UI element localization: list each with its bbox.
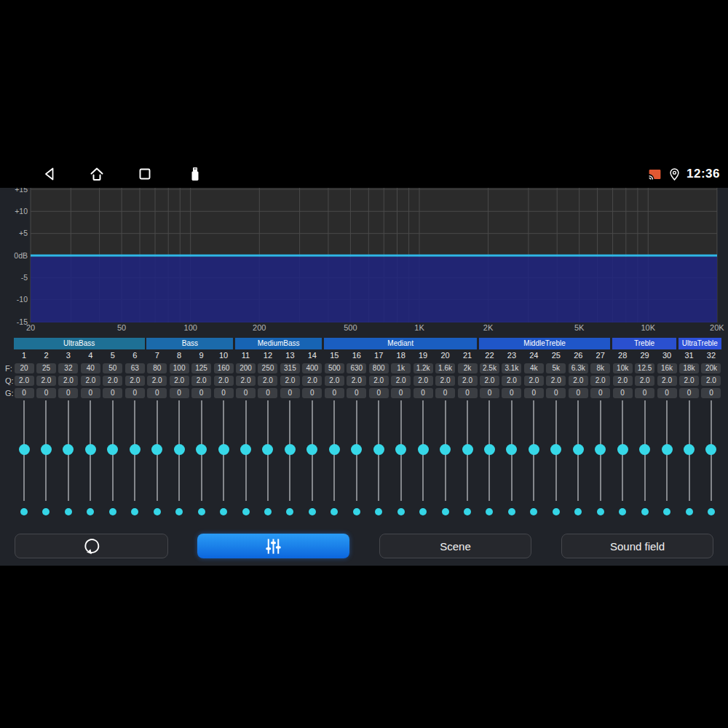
band-indicator-dot[interactable] xyxy=(20,508,28,515)
q-factor-value[interactable]: 2.0 xyxy=(325,376,344,386)
eq-slider-knob[interactable] xyxy=(285,444,296,455)
gain-value[interactable]: 0 xyxy=(414,388,433,398)
eq-slider-knob[interactable] xyxy=(262,444,273,455)
frequency-value[interactable]: 10k xyxy=(613,363,633,373)
frequency-value[interactable]: 2.5k xyxy=(480,363,499,373)
band-header-mediumbass[interactable]: MediumBass xyxy=(235,338,322,349)
gain-value[interactable]: 0 xyxy=(125,388,145,398)
band-indicator-dot[interactable] xyxy=(574,508,582,515)
frequency-value[interactable]: 630 xyxy=(347,363,366,373)
eq-slider-knob[interactable] xyxy=(63,444,74,455)
eq-slider-knob[interactable] xyxy=(240,444,251,455)
eq-slider-knob[interactable] xyxy=(529,444,539,455)
band-indicator-dot[interactable] xyxy=(131,508,138,515)
eq-slider-knob[interactable] xyxy=(639,444,650,455)
q-factor-value[interactable]: 2.0 xyxy=(15,376,34,386)
frequency-value[interactable]: 6.3k xyxy=(569,363,588,373)
gain-value[interactable]: 0 xyxy=(635,388,654,398)
q-factor-value[interactable]: 2.0 xyxy=(590,376,610,386)
band-indicator-dot[interactable] xyxy=(264,508,272,515)
gain-value[interactable]: 0 xyxy=(347,388,366,398)
q-factor-value[interactable]: 2.0 xyxy=(701,376,721,386)
gain-value[interactable]: 0 xyxy=(458,388,478,398)
band-indicator-dot[interactable] xyxy=(242,508,250,515)
q-factor-value[interactable]: 2.0 xyxy=(214,376,234,386)
q-factor-value[interactable]: 2.0 xyxy=(36,376,56,386)
home-icon[interactable] xyxy=(88,165,106,183)
frequency-value[interactable]: 400 xyxy=(302,363,322,373)
back-icon[interactable] xyxy=(41,165,58,183)
gain-value[interactable]: 0 xyxy=(569,388,588,398)
q-factor-value[interactable]: 2.0 xyxy=(569,376,588,386)
band-header-bass[interactable]: Bass xyxy=(146,338,233,349)
eq-slider-knob[interactable] xyxy=(418,444,429,455)
q-factor-value[interactable]: 2.0 xyxy=(546,376,566,386)
gain-value[interactable]: 0 xyxy=(480,388,499,398)
gain-value[interactable]: 0 xyxy=(435,388,455,398)
scene-button[interactable]: Scene xyxy=(379,534,531,558)
band-indicator-dot[interactable] xyxy=(309,508,316,515)
eq-slider-knob[interactable] xyxy=(705,444,716,455)
frequency-value[interactable]: 80 xyxy=(147,363,167,373)
eq-slider-knob[interactable] xyxy=(351,444,362,455)
frequency-value[interactable]: 4k xyxy=(524,363,544,373)
band-indicator-dot[interactable] xyxy=(641,508,649,515)
frequency-value[interactable]: 12.5 xyxy=(635,363,654,373)
band-header-ultratreble[interactable]: UltraTreble xyxy=(678,338,721,349)
band-indicator-dot[interactable] xyxy=(442,508,449,515)
band-indicator-dot[interactable] xyxy=(553,508,560,515)
q-factor-value[interactable]: 2.0 xyxy=(236,376,256,386)
band-indicator-dot[interactable] xyxy=(175,508,183,515)
band-indicator-dot[interactable] xyxy=(686,508,693,515)
reset-button[interactable] xyxy=(15,534,168,558)
frequency-value[interactable]: 5k xyxy=(546,363,566,373)
eq-slider-knob[interactable] xyxy=(196,444,207,455)
frequency-value[interactable]: 250 xyxy=(258,363,277,373)
band-indicator-dot[interactable] xyxy=(397,508,405,515)
frequency-value[interactable]: 16k xyxy=(657,363,677,373)
q-factor-value[interactable]: 2.0 xyxy=(125,376,145,386)
q-factor-value[interactable]: 2.0 xyxy=(435,376,455,386)
eq-slider-knob[interactable] xyxy=(306,444,317,455)
q-factor-value[interactable]: 2.0 xyxy=(414,376,433,386)
gain-value[interactable]: 0 xyxy=(657,388,677,398)
gain-value[interactable]: 0 xyxy=(524,388,544,398)
gain-value[interactable]: 0 xyxy=(546,388,566,398)
frequency-value[interactable]: 315 xyxy=(280,363,300,373)
frequency-value[interactable]: 800 xyxy=(369,363,389,373)
q-factor-value[interactable]: 2.0 xyxy=(258,376,277,386)
eq-slider-knob[interactable] xyxy=(440,444,451,455)
frequency-value[interactable]: 20 xyxy=(15,363,34,373)
band-indicator-dot[interactable] xyxy=(530,508,537,515)
gain-value[interactable]: 0 xyxy=(280,388,300,398)
band-indicator-dot[interactable] xyxy=(331,508,338,515)
q-factor-value[interactable]: 2.0 xyxy=(635,376,654,386)
frequency-value[interactable]: 160 xyxy=(214,363,234,373)
frequency-value[interactable]: 25 xyxy=(36,363,56,373)
recents-icon[interactable] xyxy=(136,165,154,183)
gain-value[interactable]: 0 xyxy=(258,388,277,398)
frequency-value[interactable]: 1.2k xyxy=(414,363,433,373)
frequency-value[interactable]: 2k xyxy=(458,363,478,373)
eq-slider-knob[interactable] xyxy=(151,444,162,455)
q-factor-value[interactable]: 2.0 xyxy=(679,376,699,386)
eq-slider-knob[interactable] xyxy=(373,444,384,455)
frequency-value[interactable]: 40 xyxy=(81,363,100,373)
eq-slider-knob[interactable] xyxy=(595,444,606,455)
q-factor-value[interactable]: 2.0 xyxy=(147,376,167,386)
gain-value[interactable]: 0 xyxy=(369,388,389,398)
eq-slider-knob[interactable] xyxy=(617,444,628,455)
gain-value[interactable]: 0 xyxy=(236,388,256,398)
q-factor-value[interactable]: 2.0 xyxy=(103,376,122,386)
frequency-value[interactable]: 50 xyxy=(103,363,122,373)
eq-slider-knob[interactable] xyxy=(329,444,340,455)
band-indicator-dot[interactable] xyxy=(508,508,515,515)
gain-value[interactable]: 0 xyxy=(147,388,167,398)
band-header-ultrabass[interactable]: UltraBass xyxy=(14,338,145,349)
q-factor-value[interactable]: 2.0 xyxy=(81,376,100,386)
gain-value[interactable]: 0 xyxy=(613,388,633,398)
eq-slider-knob[interactable] xyxy=(130,444,141,455)
q-factor-value[interactable]: 2.0 xyxy=(391,376,411,386)
gain-value[interactable]: 0 xyxy=(191,388,211,398)
q-factor-value[interactable]: 2.0 xyxy=(347,376,366,386)
